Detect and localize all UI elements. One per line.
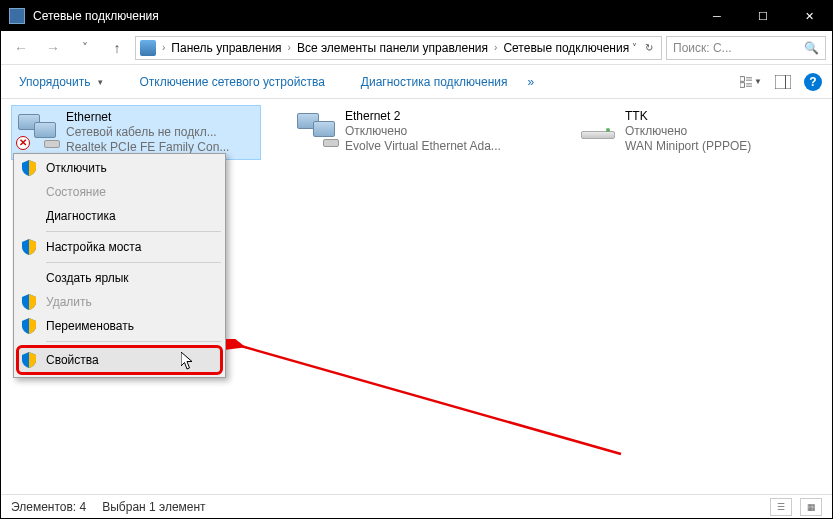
recent-dropdown[interactable]: ˅: [71, 35, 99, 61]
shield-icon: [22, 352, 36, 368]
close-button[interactable]: ✕: [786, 1, 832, 31]
address-bar: ← → ˅ ↑ › Панель управления › Все элемен…: [1, 31, 832, 65]
ctx-delete: Удалить: [16, 290, 223, 314]
ctx-rename[interactable]: Переименовать: [16, 314, 223, 338]
breadcrumb-leaf[interactable]: Сетевые подключения: [503, 41, 629, 55]
svg-rect-0: [740, 76, 745, 81]
svg-rect-3: [740, 82, 745, 87]
connection-ethernet-2[interactable]: Ethernet 2 Отключено Evolve Virtual Ethe…: [291, 105, 541, 158]
preview-pane-button[interactable]: [772, 71, 794, 93]
view-large-icons-button[interactable]: ▦: [800, 498, 822, 516]
search-input[interactable]: Поиск: С... 🔍: [666, 36, 826, 60]
shield-icon: [22, 160, 36, 176]
app-icon: [9, 8, 25, 24]
shield-icon: [22, 318, 36, 334]
control-panel-icon: [140, 40, 156, 56]
menu-separator: [46, 341, 221, 342]
ctx-shortcut[interactable]: Создать ярлык: [16, 266, 223, 290]
annotation-arrow: [226, 339, 626, 459]
ctx-disable[interactable]: Отключить: [16, 156, 223, 180]
view-details-button[interactable]: ☰: [770, 498, 792, 516]
ctx-bridge[interactable]: Настройка моста: [16, 235, 223, 259]
ctx-diagnose[interactable]: Диагностика: [16, 204, 223, 228]
address-dropdown[interactable]: ˅ ↻: [632, 42, 657, 53]
connection-status: Отключено: [625, 124, 751, 139]
connection-status: Отключено: [345, 124, 501, 139]
titlebar: Сетевые подключения ─ ☐ ✕: [1, 1, 832, 31]
toolbar-overflow-button[interactable]: »: [520, 71, 543, 93]
breadcrumb[interactable]: › Панель управления › Все элементы панел…: [135, 36, 662, 60]
diagnose-button[interactable]: Диагностика подключения: [353, 71, 516, 93]
connection-device: Evolve Virtual Ethernet Ada...: [345, 139, 501, 154]
organize-button[interactable]: Упорядочить: [11, 71, 111, 93]
svg-rect-1: [746, 77, 752, 78]
connection-name: Ethernet: [66, 110, 229, 125]
breadcrumb-root[interactable]: Панель управления: [171, 41, 281, 55]
shield-icon: [22, 239, 36, 255]
network-adapter-icon: [295, 109, 339, 149]
svg-rect-4: [746, 83, 752, 84]
view-options-button[interactable]: ▼: [740, 71, 762, 93]
svg-rect-6: [775, 75, 791, 89]
forward-button: →: [39, 35, 67, 61]
window-title: Сетевые подключения: [33, 9, 694, 23]
svg-rect-7: [785, 75, 786, 89]
connection-ttk[interactable]: TTK Отключено WAN Miniport (PPPOE): [571, 105, 821, 158]
error-badge-icon: ✕: [16, 136, 30, 150]
help-button[interactable]: ?: [804, 73, 822, 91]
chevron-right-icon: ›: [490, 42, 501, 53]
menu-separator: [46, 262, 221, 263]
back-button[interactable]: ←: [7, 35, 35, 61]
chevron-right-icon: ›: [284, 42, 295, 53]
connection-name: TTK: [625, 109, 751, 124]
context-menu: Отключить Состояние Диагностика Настройк…: [13, 153, 226, 378]
toolbar: Упорядочить Отключение сетевого устройст…: [1, 65, 832, 99]
status-item-count: Элементов: 4: [11, 500, 86, 514]
network-adapter-icon: ✕: [16, 110, 60, 150]
modem-icon: [575, 109, 619, 149]
minimize-button[interactable]: ─: [694, 1, 740, 31]
cursor-icon: [181, 352, 195, 373]
search-placeholder: Поиск: С...: [673, 41, 732, 55]
connection-ethernet[interactable]: ✕ Ethernet Сетевой кабель не подкл... Re…: [11, 105, 261, 160]
status-selected-count: Выбран 1 элемент: [102, 500, 205, 514]
content-area[interactable]: ✕ Ethernet Сетевой кабель не подкл... Re…: [1, 99, 832, 494]
breadcrumb-mid[interactable]: Все элементы панели управления: [297, 41, 488, 55]
up-button[interactable]: ↑: [103, 35, 131, 61]
ctx-properties[interactable]: Свойства: [16, 345, 223, 375]
disable-device-button[interactable]: Отключение сетевого устройства: [131, 71, 332, 93]
maximize-button[interactable]: ☐: [740, 1, 786, 31]
menu-separator: [46, 231, 221, 232]
shield-icon: [22, 294, 36, 310]
connection-name: Ethernet 2: [345, 109, 501, 124]
chevron-right-icon: ›: [158, 42, 169, 53]
svg-rect-2: [746, 79, 752, 80]
ctx-status: Состояние: [16, 180, 223, 204]
connection-status: Сетевой кабель не подкл...: [66, 125, 229, 140]
connection-device: WAN Miniport (PPPOE): [625, 139, 751, 154]
svg-line-8: [241, 346, 621, 454]
search-icon: 🔍: [804, 41, 819, 55]
svg-rect-5: [746, 85, 752, 86]
window: Сетевые подключения ─ ☐ ✕ ← → ˅ ↑ › Пане…: [0, 0, 833, 519]
status-bar: Элементов: 4 Выбран 1 элемент ☰ ▦: [1, 494, 832, 518]
